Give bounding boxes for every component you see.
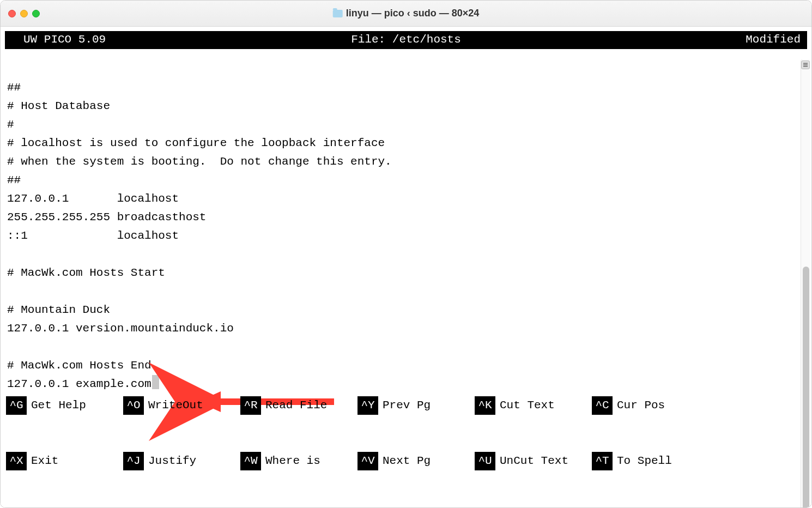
menu-label: Read File [261, 399, 330, 412]
file-line: # Host Database [7, 100, 110, 112]
menu-key[interactable]: ^J [123, 452, 144, 470]
file-line: # [7, 118, 14, 131]
scroll-thumb[interactable] [803, 267, 809, 508]
app-name: UW PICO 5.09 [23, 33, 106, 46]
menu-key[interactable]: ^V [357, 452, 378, 470]
menu-row-1: ^GGet Help ^OWriteOut ^RRead File ^YPrev… [6, 396, 806, 415]
menu-label: To Spell [613, 455, 675, 467]
titlebar: linyu — pico ‹ sudo — 80×24 [1, 1, 811, 27]
file-line: # localhost is used to configure the loo… [7, 137, 385, 149]
menu-row-2: ^XExit ^JJustify ^WWhere is ^VNext Pg ^U… [6, 452, 806, 470]
menu-key[interactable]: ^O [123, 396, 144, 415]
menu-label: Justify [144, 455, 199, 467]
menu-key[interactable]: ^W [240, 452, 261, 470]
window-title: linyu — pico ‹ sudo — 80×24 [346, 8, 480, 19]
folder-icon [333, 10, 343, 17]
scrollbar[interactable] [801, 59, 810, 508]
menu-label: Cur Pos [613, 399, 668, 412]
file-line: # Mountain Duck [7, 304, 110, 316]
svg-rect-3 [803, 64, 808, 65]
menu-key[interactable]: ^G [6, 396, 27, 415]
file-line: ## [7, 81, 21, 94]
file-line: # when the system is booting. Do not cha… [7, 155, 392, 168]
svg-rect-2 [803, 63, 808, 64]
menu-label: UnCut Text [495, 455, 572, 467]
menu-key[interactable]: ^T [592, 452, 613, 470]
traffic-lights [8, 10, 40, 17]
window-title-container: linyu — pico ‹ sudo — 80×24 [333, 8, 480, 19]
menu-label: Get Help [27, 399, 89, 412]
menu-key[interactable]: ^Y [357, 396, 378, 415]
hamburger-icon [803, 62, 808, 68]
file-line: # MacWk.com Hosts Start [7, 267, 165, 279]
file-label: File: /etc/hosts [351, 33, 461, 46]
svg-rect-4 [803, 66, 808, 67]
file-line: 127.0.0.1 version.mountainduck.io [7, 322, 234, 335]
pico-menu: ^GGet Help ^OWriteOut ^RRead File ^YPrev… [6, 359, 806, 507]
menu-key[interactable]: ^R [240, 396, 261, 415]
menu-key[interactable]: ^U [475, 452, 495, 470]
menu-label: Cut Text [495, 399, 558, 412]
file-line: ::1 localhost [7, 229, 179, 242]
menu-label: Exit [27, 455, 62, 467]
minimize-button[interactable] [20, 10, 28, 17]
menu-key[interactable]: ^X [6, 452, 27, 470]
terminal-window: linyu — pico ‹ sudo — 80×24 UW PICO 5.09… [0, 0, 812, 508]
scroll-options-button[interactable] [801, 61, 810, 69]
menu-label: Prev Pg [378, 399, 434, 412]
file-line: ## [7, 174, 21, 186]
file-line: 127.0.0.1 localhost [7, 192, 179, 205]
close-button[interactable] [8, 10, 16, 17]
terminal-area[interactable]: UW PICO 5.09 File: /etc/hosts Modified #… [1, 31, 811, 508]
editor-header: UW PICO 5.09 File: /etc/hosts Modified [5, 31, 807, 49]
menu-label: WriteOut [144, 399, 207, 412]
maximize-button[interactable] [32, 10, 40, 17]
modified-status: Modified [746, 33, 801, 46]
menu-label: Next Pg [378, 455, 434, 467]
menu-label: Where is [261, 455, 324, 467]
file-line: 255.255.255.255 broadcasthost [7, 211, 206, 223]
menu-key[interactable]: ^C [592, 396, 613, 415]
menu-key[interactable]: ^K [475, 396, 495, 415]
